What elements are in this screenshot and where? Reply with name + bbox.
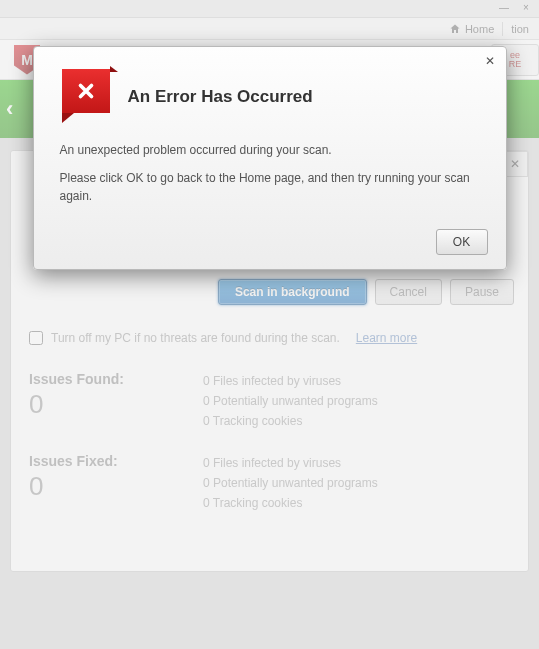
ok-button[interactable]: OK bbox=[436, 229, 488, 255]
dialog-close-button[interactable]: ✕ bbox=[482, 53, 498, 69]
error-flag-icon bbox=[62, 69, 110, 125]
dialog-footer: OK bbox=[34, 223, 506, 255]
close-icon bbox=[75, 80, 97, 102]
dialog-header: An Error Has Occurred bbox=[34, 47, 506, 139]
dialog-title: An Error Has Occurred bbox=[128, 87, 313, 107]
dialog-message-line: Please click OK to go back to the Home p… bbox=[60, 169, 480, 205]
error-dialog: ✕ An Error Has Occurred An unexpected pr… bbox=[33, 46, 507, 270]
dialog-body: An unexpected problem occurred during yo… bbox=[34, 139, 506, 223]
overlay-scrim: ✕ An Error Has Occurred An unexpected pr… bbox=[0, 0, 539, 649]
dialog-message-line: An unexpected problem occurred during yo… bbox=[60, 141, 480, 159]
